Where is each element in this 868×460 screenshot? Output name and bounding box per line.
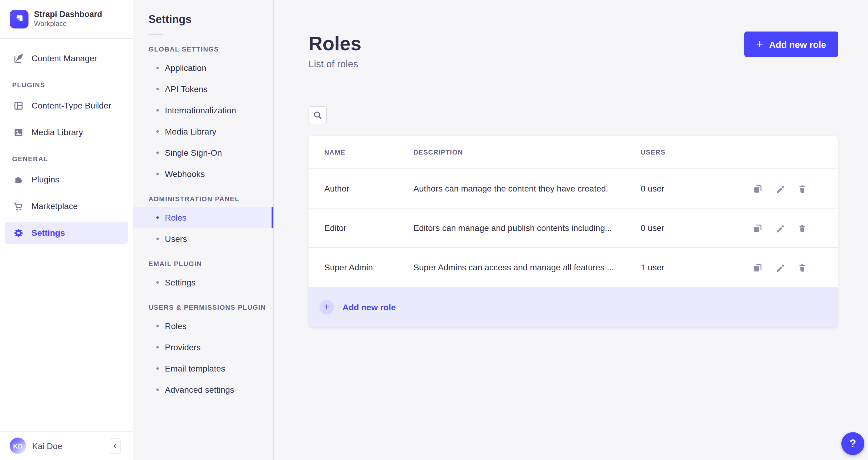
subnav-item-webhooks[interactable]: Webhooks <box>133 163 273 184</box>
sidebar-section-plugins: PLUGINS <box>0 81 133 89</box>
sidebar-item-media-library[interactable]: Media Library <box>5 121 128 143</box>
table-row-author[interactable]: Author Authors can manage the content th… <box>309 168 838 208</box>
subnav-item-email-settings[interactable]: Settings <box>133 272 273 293</box>
role-users-count: 0 user <box>641 184 741 193</box>
subnav-item-email-templates[interactable]: Email templates <box>133 358 273 379</box>
subnav-item-users-admin[interactable]: Users <box>133 228 273 249</box>
subnav-item-api-tokens[interactable]: API Tokens <box>133 78 273 99</box>
column-header-description: DESCRIPTION <box>413 149 641 156</box>
edit-role-button[interactable] <box>774 183 785 194</box>
bullet-icon <box>156 367 159 369</box>
subnav-title: Settings <box>133 0 273 26</box>
collapse-sidebar-button[interactable] <box>110 438 121 454</box>
main-content: Roles List of roles + Add new role NAME … <box>274 0 868 460</box>
footer-add-role-label: Add new role <box>342 302 396 312</box>
sidebar-item-plugins[interactable]: Plugins <box>5 168 128 190</box>
sidebar-item-label: Settings <box>32 228 65 238</box>
bullet-icon <box>156 66 159 69</box>
pencil-icon <box>774 262 785 272</box>
subnav-item-advanced-settings[interactable]: Advanced settings <box>133 379 273 400</box>
role-users-count: 0 user <box>641 223 741 233</box>
sidebar-item-content-manager[interactable]: Content Manager <box>5 47 128 69</box>
search-icon <box>313 110 322 120</box>
column-header-name: NAME <box>324 149 413 156</box>
bullet-icon <box>156 237 159 240</box>
subnav-item-media-library[interactable]: Media Library <box>133 121 273 142</box>
picture-icon <box>12 126 24 138</box>
subnav-item-providers[interactable]: Providers <box>133 336 273 358</box>
sidebar-item-label: Media Library <box>32 127 83 137</box>
gear-icon <box>12 227 24 239</box>
workspace-title: Strapi Dashboard <box>34 10 102 20</box>
avatar[interactable]: KD <box>10 437 26 454</box>
sidebar-item-label: Content-Type Builder <box>32 101 111 110</box>
sidebar-item-label: Content Manager <box>32 53 97 63</box>
delete-role-button[interactable] <box>797 262 807 273</box>
sidebar-item-marketplace[interactable]: Marketplace <box>5 195 128 217</box>
sidebar-section-general: GENERAL <box>0 155 133 162</box>
bullet-icon <box>156 130 159 132</box>
role-description: Super Admins can access and manage all f… <box>413 263 641 272</box>
question-mark-icon: ? <box>849 437 856 450</box>
subnav-item-roles-up[interactable]: Roles <box>133 315 273 336</box>
duplicate-icon <box>752 183 762 194</box>
plus-icon: + <box>756 38 763 50</box>
delete-role-button[interactable] <box>797 183 807 194</box>
column-header-users: USERS <box>641 149 741 156</box>
bullet-icon <box>156 151 159 154</box>
bullet-icon <box>156 88 159 90</box>
sidebar-item-content-type-builder[interactable]: Content-Type Builder <box>5 95 128 116</box>
trash-icon <box>797 262 807 272</box>
table-header-row: NAME DESCRIPTION USERS <box>309 136 838 168</box>
plus-icon: + <box>324 302 330 312</box>
sidebar-item-label: Marketplace <box>32 201 78 211</box>
roles-table: NAME DESCRIPTION USERS Author Authors ca… <box>309 136 838 327</box>
page-title: Roles <box>309 33 361 55</box>
role-description: Authors can manage the content they have… <box>413 184 641 193</box>
workspace-switcher[interactable]: Strapi Dashboard Workplace <box>0 0 133 39</box>
role-name: Author <box>324 184 413 193</box>
subnav-section-administration-panel: ADMINISTRATION PANEL <box>133 195 273 203</box>
sidebar-footer: KD Kai Doe <box>0 431 133 460</box>
help-button[interactable]: ? <box>841 432 864 455</box>
duplicate-icon <box>752 223 762 233</box>
pen-icon <box>12 52 24 64</box>
subnav-item-application[interactable]: Application <box>133 57 273 78</box>
pencil-icon <box>774 183 785 194</box>
sidebar-item-label: Plugins <box>32 175 59 184</box>
duplicate-icon <box>752 262 762 272</box>
main-sidebar: Strapi Dashboard Workplace Content Manag… <box>0 0 133 460</box>
edit-role-button[interactable] <box>774 262 785 273</box>
subnav-section-users-permissions-plugin: USERS & PERMISSIONS PLUGIN <box>133 304 273 311</box>
subnav-item-internationalization[interactable]: Internationalization <box>133 99 273 121</box>
table-row-super-admin[interactable]: Super Admin Super Admins can access and … <box>309 247 838 287</box>
page-subtitle: List of roles <box>309 59 358 70</box>
bullet-icon <box>156 325 159 327</box>
table-footer-add-role[interactable]: + Add new role <box>309 287 838 327</box>
role-description: Editors can manage and publish contents … <box>413 223 641 233</box>
settings-subnav: Settings GLOBAL SETTINGS Application API… <box>133 0 274 460</box>
bullet-icon <box>156 173 159 175</box>
duplicate-role-button[interactable] <box>752 183 763 194</box>
subnav-item-single-sign-on[interactable]: Single Sign-On <box>133 142 273 163</box>
subnav-section-global-settings: GLOBAL SETTINGS <box>133 45 273 53</box>
bullet-icon <box>156 346 159 348</box>
subnav-section-email-plugin: EMAIL PLUGIN <box>133 260 273 267</box>
subnav-item-roles-admin[interactable]: Roles <box>133 207 273 228</box>
cart-icon <box>12 200 24 212</box>
delete-role-button[interactable] <box>797 222 807 233</box>
strapi-logo-icon <box>10 10 29 29</box>
subnav-divider <box>149 34 163 35</box>
sidebar-item-settings[interactable]: Settings <box>5 222 128 244</box>
add-role-plus-button[interactable]: + <box>319 300 334 314</box>
duplicate-role-button[interactable] <box>752 222 763 233</box>
search-button[interactable] <box>309 106 327 124</box>
table-row-editor[interactable]: Editor Editors can manage and publish co… <box>309 208 838 247</box>
duplicate-role-button[interactable] <box>752 262 763 273</box>
pencil-icon <box>774 223 785 233</box>
app-window: Strapi Dashboard Workplace Content Manag… <box>0 0 868 460</box>
bullet-icon <box>156 109 159 111</box>
bullet-icon <box>156 388 159 391</box>
edit-role-button[interactable] <box>774 222 785 233</box>
add-new-role-button[interactable]: + Add new role <box>744 32 838 57</box>
